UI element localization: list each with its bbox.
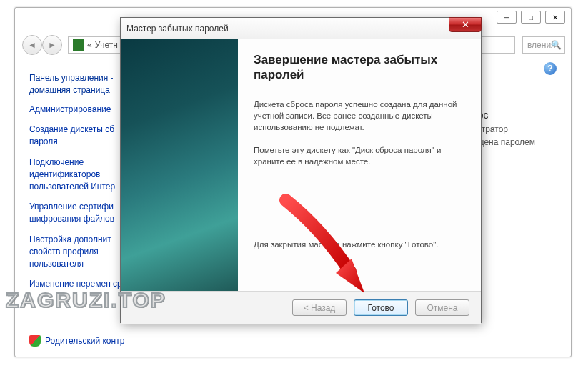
nav-forward-button[interactable]: ►: [42, 35, 62, 55]
users-icon: [73, 39, 84, 51]
wizard-close-button[interactable]: ✕: [449, 17, 482, 32]
parental-controls-label: Родительский контр: [45, 336, 124, 346]
window-controls: ─ □ ✕: [497, 11, 565, 24]
breadcrumb-prefix: «: [87, 40, 92, 50]
wizard-content: Завершение мастера забытых паролей Диске…: [238, 39, 481, 291]
wizard-title: Мастер забытых паролей: [126, 24, 229, 34]
wizard-side-image: [121, 39, 238, 291]
search-input[interactable]: вления 🔍: [522, 36, 565, 54]
breadcrumb-text: Учетн: [95, 40, 118, 50]
close-button[interactable]: ✕: [545, 11, 565, 24]
shield-icon: [29, 335, 41, 347]
wizard-titlebar[interactable]: Мастер забытых паролей ✕: [121, 18, 481, 39]
wizard-heading: Завершение мастера забытых паролей: [254, 52, 465, 83]
wizard-dialog: Мастер забытых паролей ✕ Завершение маст…: [120, 17, 482, 323]
account-pw-fragment: ищена паролем: [472, 136, 579, 149]
account-name-fragment: ерс: [472, 108, 579, 123]
finish-button[interactable]: Готово: [354, 299, 408, 316]
wizard-paragraph-1: Дискета сброса пароля успешно создана дл…: [254, 99, 465, 133]
account-info-panel: ерс истратор ищена паролем: [472, 108, 579, 149]
back-button[interactable]: < Назад: [292, 299, 347, 316]
account-role-fragment: истратор: [472, 123, 579, 136]
minimize-button[interactable]: ─: [497, 11, 517, 24]
wizard-button-row: < Назад Готово Отмена: [121, 291, 481, 324]
search-icon[interactable]: 🔍: [551, 40, 562, 50]
wizard-paragraph-2: Пометьте эту дискету как "Диск сброса па…: [254, 144, 465, 167]
maximize-button[interactable]: □: [521, 11, 541, 24]
help-icon[interactable]: ?: [544, 62, 557, 75]
nav-back-button[interactable]: ◄: [22, 35, 42, 55]
cancel-button[interactable]: Отмена: [415, 299, 469, 316]
wizard-instruction: Для закрытия мастера нажмите кнопку "Гот…: [254, 239, 465, 250]
parental-controls-link[interactable]: Родительский контр: [29, 335, 124, 347]
